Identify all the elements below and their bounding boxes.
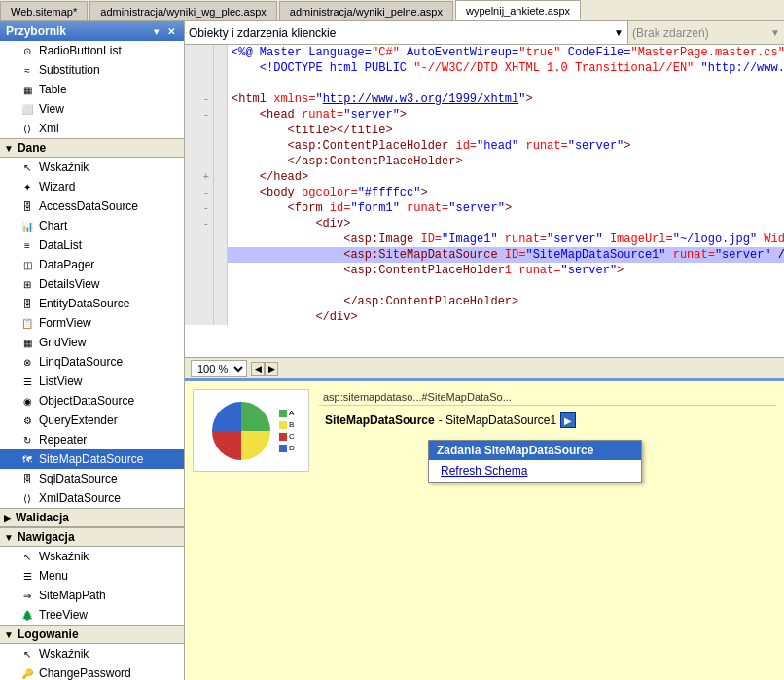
collapse-btn[interactable] — [214, 200, 228, 216]
collapse-btn[interactable] — [214, 138, 228, 154]
toolbox-item-label: Chart — [39, 219, 67, 233]
objects-dropdown[interactable]: Obiekty i zdarzenia klienckie ▼ — [185, 21, 628, 44]
task-popup-item-refresh[interactable]: Refresh Schema — [429, 460, 641, 482]
code-content: <title></title> — [228, 123, 784, 138]
toolbox-section-logowanie[interactable]: ▼ Logowanie — [0, 625, 184, 644]
line-gutter — [185, 309, 214, 325]
toolbox-item-label: Wizard — [39, 180, 75, 194]
tab-websitemap[interactable]: Web.sitemap* — [0, 1, 88, 20]
toolbox-item-linqdatasource[interactable]: ⊗ LinqDataSource — [0, 352, 184, 372]
toolbox-item-accessdatasource[interactable]: 🗄 AccessDataSource — [0, 197, 184, 216]
toolbox-item-changepassword[interactable]: 🔑 ChangePassword — [0, 663, 184, 680]
toolbox-item-substitution[interactable]: ≈ Substitution — [0, 60, 184, 80]
zoom-right-arrow[interactable]: ▶ — [265, 362, 278, 376]
toolbox-item-treeview[interactable]: 🌲 TreeView — [0, 605, 184, 625]
toolbox-item-xmldatasource[interactable]: ⟨⟩ XmlDataSource — [0, 488, 184, 508]
collapse-btn[interactable] — [214, 232, 228, 247]
code-content: <head runat="server"> — [228, 107, 784, 123]
line-gutter — [185, 263, 214, 278]
toolbox-item-wskaznik1[interactable]: ↖ Wskaźnik — [0, 158, 184, 177]
wizard-icon: ✦ — [19, 179, 35, 195]
collapse-btn[interactable] — [214, 45, 228, 60]
code-line-2: <!DOCTYPE html PUBLIC "-//W3C//DTD XHTML… — [185, 60, 784, 76]
toolbox-item-sitemapdatasource[interactable]: 🗺 SiteMapDataSource — [0, 449, 184, 469]
toolbox-item-sitemappath[interactable]: ⇒ SiteMapPath — [0, 586, 184, 605]
toolbox-item-repeater[interactable]: ↻ Repeater — [0, 430, 184, 449]
toolbox-section-nawigacja[interactable]: ▼ Nawigacja — [0, 527, 184, 547]
line-gutter — [185, 278, 214, 294]
toolbox-item-sqldatasource[interactable]: 🗄 SqlDataSource — [0, 469, 184, 488]
toolbox-item-label: DetailsView — [39, 277, 99, 291]
collapse-btn[interactable] — [214, 185, 228, 200]
code-content: <div> — [228, 216, 784, 232]
pie-chart-preview — [207, 397, 275, 465]
code-editor[interactable]: <%@ Master Language="C#" AutoEventWireup… — [185, 45, 784, 357]
toolbox-item-xml[interactable]: ⟨⟩ Xml — [0, 119, 184, 138]
toolbox-pin-button[interactable]: ▾ — [151, 26, 161, 37]
toolbox-item-wskaznik-nav[interactable]: ↖ Wskaźnik — [0, 547, 184, 566]
tab-wypelnij-ankiete[interactable]: wypelnij_ankiete.aspx — [455, 0, 581, 20]
code-line-14: <asp:SiteMapDataSource ID="SiteMapDataSo… — [185, 247, 784, 263]
toolbox-item-label: Wskaźnik — [39, 161, 89, 174]
collapse-btn[interactable] — [214, 309, 228, 325]
collapse-btn[interactable] — [214, 154, 228, 169]
zoom-left-arrow[interactable]: ◀ — [251, 362, 265, 376]
toolbox-item-datalist[interactable]: ≡ DataList — [0, 235, 184, 255]
collapse-btn[interactable] — [214, 60, 228, 76]
zoom-select[interactable]: 100 % 50 % 75 % 150 % 200 % — [191, 360, 247, 377]
toolbox-header: Przybornik ▾ ✕ — [0, 21, 184, 41]
toolbox-item-detailsview[interactable]: ⊞ DetailsView — [0, 274, 184, 294]
toolbox-item-label: SiteMapDataSource — [39, 452, 143, 466]
toolbox-item-view[interactable]: ⬜ View — [0, 99, 184, 119]
collapse-btn[interactable] — [214, 169, 228, 185]
code-content: </asp:ContentPlaceHolder> — [228, 154, 784, 169]
events-dropdown[interactable]: (Brak zdarzeń) ▼ — [628, 21, 784, 44]
collapse-btn[interactable] — [214, 247, 228, 263]
toolbox-item-datapager[interactable]: ◫ DataPager — [0, 255, 184, 274]
toolbox-item-listview[interactable]: ☰ ListView — [0, 372, 184, 391]
tab-wyniki-pelne[interactable]: administracja/wyniki_pelne.aspx — [279, 1, 453, 20]
code-line-9: + </head> — [185, 169, 784, 185]
collapse-btn[interactable] — [214, 76, 228, 91]
toolbox-section-dane[interactable]: ▼ Dane — [0, 138, 184, 158]
code-line-7: <asp:ContentPlaceHolder id="head" runat=… — [185, 138, 784, 154]
toolbox-item-wizard[interactable]: ✦ Wizard — [0, 177, 184, 197]
toolbox-item-menu[interactable]: ☰ Menu — [0, 566, 184, 586]
arrow-nav-icon: ↖ — [19, 549, 35, 564]
collapse-btn[interactable] — [214, 294, 228, 309]
line-gutter: - — [185, 185, 214, 200]
collapse-btn[interactable] — [214, 91, 228, 107]
toolbox-item-entitydatasource[interactable]: 🗄 EntityDataSource — [0, 294, 184, 313]
code-line-17: </asp:ContentPlaceHolder> — [185, 294, 784, 309]
toolbox-item-label: DataPager — [39, 258, 94, 271]
events-dropdown-label: (Brak zdarzeń) — [632, 26, 709, 40]
toolbox-item-table[interactable]: ▦ Table — [0, 80, 184, 99]
toolbox-item-label: Substitution — [39, 63, 100, 77]
toolbox-item-objectdatasource[interactable]: ◉ ObjectDataSource — [0, 391, 184, 411]
code-content: <!DOCTYPE html PUBLIC "-//W3C//DTD XHTML… — [228, 60, 784, 76]
toolbox-item-gridview[interactable]: ▦ GridView — [0, 333, 184, 352]
task-popup: Zadania SiteMapDataSource Refresh Schema — [428, 440, 642, 483]
form-icon: 📋 — [19, 315, 35, 331]
code-content: <asp:ContentPlaceHolder1 runat="server"> — [228, 263, 784, 278]
toolbox-section-walidacja[interactable]: ▶ Walidacja — [0, 508, 184, 527]
collapse-btn[interactable] — [214, 107, 228, 123]
toolbox-item-label: XmlDataSource — [39, 491, 121, 505]
code-content: <body bgcolor="#ffffcc"> — [228, 185, 784, 200]
toolbox-item-formview[interactable]: 📋 FormView — [0, 313, 184, 333]
toolbox-item-wskaznik-log[interactable]: ↖ Wskaźnik — [0, 644, 184, 663]
task-popup-header: Zadania SiteMapDataSource — [429, 441, 641, 460]
code-content: <asp:SiteMapDataSource ID="SiteMapDataSo… — [228, 247, 784, 263]
toolbox-item-chart[interactable]: 📊 Chart — [0, 216, 184, 235]
code-content: </asp:ContentPlaceHolder> — [228, 294, 784, 309]
tab-wyniki-wg-plec[interactable]: administracja/wyniki_wg_plec.aspx — [89, 1, 277, 20]
toolbox-close-button[interactable]: ✕ — [164, 26, 178, 37]
toolbox-item-queryextender[interactable]: ⚙ QueryExtender — [0, 411, 184, 430]
collapse-btn[interactable] — [214, 123, 228, 138]
collapse-btn[interactable] — [214, 278, 228, 294]
collapse-btn[interactable] — [214, 216, 228, 232]
toolbox-item-radiobuttonlist[interactable]: ⊙ RadioButtonList — [0, 41, 184, 60]
xml-icon: ⟨⟩ — [19, 121, 35, 136]
smart-tag-button[interactable]: ▶ — [560, 412, 576, 428]
collapse-btn[interactable] — [214, 263, 228, 278]
